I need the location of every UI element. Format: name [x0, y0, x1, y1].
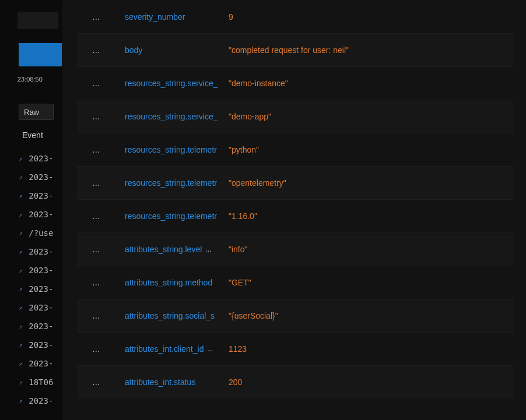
field-value[interactable]: 9 — [229, 12, 233, 22]
field-row: ...attributes_string.social_s"{userSocia… — [77, 299, 513, 332]
event-row[interactable]: ↗2023- — [19, 186, 53, 205]
expand-icon[interactable]: ↗ — [19, 354, 23, 373]
expand-icon[interactable]: ↗ — [19, 242, 23, 261]
field-row: ...resources_string.service_"demo-app" — [77, 100, 513, 133]
field-key[interactable]: attributes_string.level — [125, 245, 202, 254]
event-text: 2023- — [29, 186, 53, 205]
field-row: ...attributes_int.client_id...1123 — [77, 332, 513, 365]
search-placeholder-box[interactable] — [17, 12, 58, 29]
expand-icon[interactable]: ↗ — [19, 336, 23, 354]
event-row[interactable]: ↗2023- — [19, 336, 53, 354]
field-value[interactable]: "GET" — [229, 278, 251, 287]
field-key[interactable]: severity_number — [125, 12, 185, 22]
event-row[interactable]: ↗2023- — [19, 354, 53, 373]
field-key[interactable]: resources_string.service_ — [125, 112, 218, 121]
expand-icon[interactable]: ↗ — [19, 261, 23, 280]
field-value[interactable]: "info" — [229, 245, 248, 254]
field-table: ...severity_number9...body"completed req… — [77, 0, 513, 403]
expand-icon[interactable]: ↗ — [19, 186, 23, 205]
field-actions-menu[interactable]: ... — [92, 45, 125, 55]
field-key-cell: attributes_string.method — [125, 278, 229, 287]
event-list: ↗2023-↗2023-↗2023-↗2023-↗/?use↗2023-↗202… — [19, 149, 53, 410]
field-value[interactable]: 200 — [229, 377, 242, 387]
field-value[interactable]: "opentelemetry" — [229, 178, 286, 188]
field-value[interactable]: "demo-app" — [229, 112, 271, 121]
field-row: ...attributes_string.method"GET" — [77, 266, 513, 299]
event-row[interactable]: ↗18T06 — [19, 373, 53, 391]
field-key-cell: resources_string.telemetr — [125, 145, 229, 154]
field-actions-menu[interactable]: ... — [92, 111, 125, 122]
field-key-cell: attributes_int.client_id... — [125, 344, 229, 354]
event-row[interactable]: ↗2023- — [19, 298, 53, 317]
field-value[interactable]: "{userSocial}" — [229, 311, 278, 320]
event-row[interactable]: ↗2023- — [19, 168, 53, 186]
field-key-cell: resources_string.service_ — [125, 112, 229, 121]
event-text: 2023- — [29, 298, 53, 317]
field-actions-menu[interactable]: ... — [92, 310, 125, 321]
field-row: ...attributes_int.status200 — [77, 365, 513, 398]
field-key-cell: attributes_int.status — [125, 377, 229, 387]
field-value[interactable]: "demo-instance" — [229, 79, 288, 88]
field-actions-menu[interactable]: ... — [92, 344, 125, 354]
field-key[interactable]: resources_string.telemetr — [125, 145, 217, 154]
field-row: ...resources_string.telemetr"opentelemet… — [77, 166, 513, 199]
field-actions-menu[interactable]: ... — [92, 244, 125, 255]
event-row[interactable]: ↗2023- — [19, 317, 53, 336]
field-actions-menu[interactable]: ... — [92, 78, 125, 89]
expand-icon[interactable]: ↗ — [19, 168, 23, 186]
event-text: 2023- — [29, 261, 53, 280]
field-actions-menu[interactable]: ... — [92, 178, 125, 188]
field-actions-menu[interactable]: ... — [92, 12, 125, 22]
field-actions-menu[interactable]: ... — [92, 377, 125, 387]
expand-icon[interactable]: ↗ — [19, 298, 23, 317]
event-row[interactable]: ↗/?use — [19, 224, 53, 242]
field-key[interactable]: resources_string.telemetr — [125, 211, 217, 221]
histogram-bar[interactable] — [19, 43, 62, 66]
event-text: 2023- — [29, 242, 53, 261]
event-text: 2023- — [29, 391, 53, 410]
field-key[interactable]: resources_string.service_ — [125, 79, 218, 88]
event-column-header: Event — [22, 130, 43, 140]
field-actions-menu[interactable]: ... — [92, 277, 125, 288]
event-row[interactable]: ↗2023- — [19, 261, 53, 280]
field-key[interactable]: attributes_int.client_id — [125, 344, 204, 354]
field-key-cell: resources_string.telemetr — [125, 211, 229, 221]
event-row[interactable]: ↗2023- — [19, 280, 53, 298]
field-row: ...resources_string.telemetr"1.16.0" — [77, 199, 513, 232]
expand-icon[interactable]: ↗ — [19, 149, 23, 168]
expand-icon[interactable]: ↗ — [19, 224, 23, 242]
event-row[interactable]: ↗2023- — [19, 149, 53, 168]
field-value[interactable]: 1123 — [229, 344, 247, 354]
field-actions-menu[interactable]: ... — [92, 211, 125, 221]
time-axis-label: 23:08:50 — [17, 76, 43, 83]
event-text: 2023- — [29, 205, 53, 224]
event-row[interactable]: ↗2023- — [19, 242, 53, 261]
field-value[interactable]: "1.16.0" — [229, 211, 257, 221]
event-text: 2023- — [29, 336, 53, 354]
expand-icon[interactable]: ↗ — [19, 391, 23, 410]
field-key[interactable]: resources_string.telemetr — [125, 178, 217, 188]
raw-tab-button[interactable]: Raw — [19, 104, 54, 120]
field-key-cell: attributes_string.level... — [125, 245, 229, 254]
field-actions-menu[interactable]: ... — [92, 144, 125, 155]
field-row: ...body"completed request for user: neil… — [77, 33, 513, 66]
field-value[interactable]: "python" — [229, 145, 259, 154]
field-key[interactable]: body — [125, 45, 142, 55]
field-key-cell: body — [125, 45, 229, 55]
expand-icon[interactable]: ↗ — [19, 317, 23, 336]
field-value[interactable]: "completed request for user: neil" — [229, 45, 349, 55]
field-key-cell: attributes_string.social_s — [125, 311, 229, 320]
field-row: ...resources_string.telemetr"python" — [77, 133, 513, 166]
event-text: 2023- — [29, 168, 53, 186]
expand-icon[interactable]: ↗ — [19, 205, 23, 224]
field-key[interactable]: attributes_string.method — [125, 278, 212, 287]
field-key[interactable]: attributes_int.status — [125, 377, 195, 387]
field-key[interactable]: attributes_string.social_s — [125, 311, 215, 320]
field-key-truncation-icon: ... — [207, 345, 213, 353]
field-row: ...severity_number9 — [77, 0, 513, 33]
event-row[interactable]: ↗2023- — [19, 391, 53, 410]
event-row[interactable]: ↗2023- — [19, 205, 53, 224]
expand-icon[interactable]: ↗ — [19, 280, 23, 298]
expand-icon[interactable]: ↗ — [19, 373, 23, 391]
field-key-cell: resources_string.telemetr — [125, 178, 229, 188]
